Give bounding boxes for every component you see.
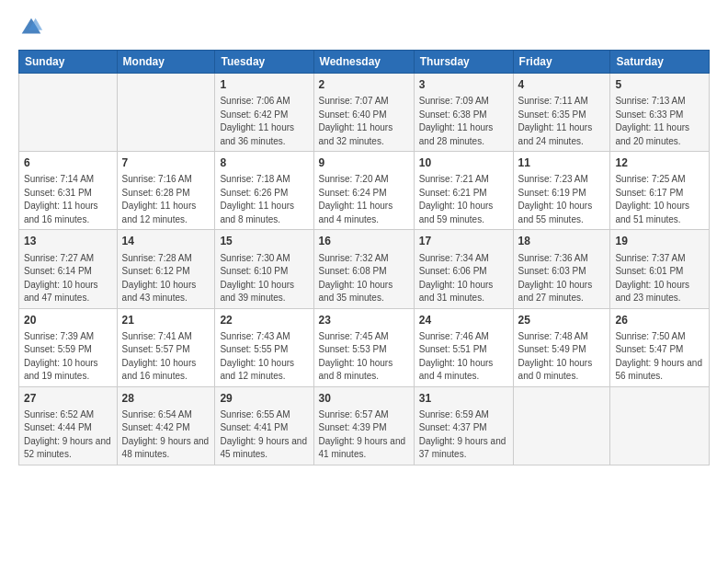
day-info: Sunrise: 6:54 AM Sunset: 4:42 PM Dayligh… [122, 409, 210, 460]
day-number: 2 [319, 77, 409, 92]
day-info: Sunrise: 7:36 AM Sunset: 6:03 PM Dayligh… [518, 253, 593, 304]
day-number: 30 [319, 391, 409, 406]
calendar-cell: 17Sunrise: 7:34 AM Sunset: 6:06 PM Dayli… [414, 230, 513, 308]
header-day-tuesday: Tuesday [215, 51, 313, 74]
calendar-cell: 18Sunrise: 7:36 AM Sunset: 6:03 PM Dayli… [513, 230, 610, 308]
calendar-cell: 28Sunrise: 6:54 AM Sunset: 4:42 PM Dayli… [117, 386, 215, 465]
day-info: Sunrise: 7:09 AM Sunset: 6:38 PM Dayligh… [419, 96, 494, 146]
day-number: 9 [319, 155, 409, 170]
calendar-cell: 31Sunrise: 6:59 AM Sunset: 4:37 PM Dayli… [414, 386, 513, 465]
calendar-table: SundayMondayTuesdayWednesdayThursdayFrid… [18, 50, 710, 465]
day-number: 18 [518, 234, 606, 248]
day-info: Sunrise: 7:11 AM Sunset: 6:35 PM Dayligh… [518, 96, 593, 146]
day-number: 29 [220, 391, 308, 406]
day-number: 5 [615, 77, 704, 92]
header-day-saturday: Saturday [610, 51, 710, 74]
day-number: 3 [419, 77, 508, 92]
day-info: Sunrise: 7:30 AM Sunset: 6:10 PM Dayligh… [220, 253, 294, 304]
day-number: 22 [220, 313, 308, 327]
calendar-cell: 5Sunrise: 7:13 AM Sunset: 6:33 PM Daylig… [610, 74, 710, 152]
day-info: Sunrise: 7:34 AM Sunset: 6:06 PM Dayligh… [419, 253, 494, 304]
logo-icon [18, 15, 44, 40]
week-row-2: 6Sunrise: 7:14 AM Sunset: 6:31 PM Daylig… [19, 152, 710, 230]
header-row: SundayMondayTuesdayWednesdayThursdayFrid… [19, 51, 710, 74]
day-info: Sunrise: 7:07 AM Sunset: 6:40 PM Dayligh… [319, 96, 393, 146]
week-row-3: 13Sunrise: 7:27 AM Sunset: 6:14 PM Dayli… [19, 230, 710, 308]
calendar-cell: 9Sunrise: 7:20 AM Sunset: 6:24 PM Daylig… [313, 152, 414, 230]
day-number: 6 [24, 155, 112, 170]
day-info: Sunrise: 7:48 AM Sunset: 5:49 PM Dayligh… [518, 331, 593, 382]
week-row-1: 1Sunrise: 7:06 AM Sunset: 6:42 PM Daylig… [19, 74, 710, 152]
day-number: 14 [122, 234, 210, 248]
day-info: Sunrise: 7:14 AM Sunset: 6:31 PM Dayligh… [24, 174, 98, 224]
day-number: 28 [122, 391, 210, 406]
calendar-cell: 3Sunrise: 7:09 AM Sunset: 6:38 PM Daylig… [414, 74, 513, 152]
calendar-cell: 29Sunrise: 6:55 AM Sunset: 4:41 PM Dayli… [215, 386, 313, 465]
week-row-5: 27Sunrise: 6:52 AM Sunset: 4:44 PM Dayli… [19, 386, 710, 465]
calendar-cell: 30Sunrise: 6:57 AM Sunset: 4:39 PM Dayli… [313, 386, 414, 465]
day-number: 8 [220, 155, 308, 170]
day-number: 13 [24, 234, 112, 248]
calendar-cell: 22Sunrise: 7:43 AM Sunset: 5:55 PM Dayli… [215, 308, 313, 386]
day-info: Sunrise: 7:13 AM Sunset: 6:33 PM Dayligh… [615, 96, 689, 146]
calendar-cell: 1Sunrise: 7:06 AM Sunset: 6:42 PM Daylig… [215, 74, 313, 152]
header [18, 15, 710, 40]
calendar-cell [513, 386, 610, 465]
header-day-sunday: Sunday [19, 51, 118, 74]
day-number: 12 [615, 155, 704, 170]
day-info: Sunrise: 7:23 AM Sunset: 6:19 PM Dayligh… [518, 174, 593, 224]
day-number: 20 [24, 313, 112, 327]
day-info: Sunrise: 7:32 AM Sunset: 6:08 PM Dayligh… [319, 253, 393, 304]
day-info: Sunrise: 7:20 AM Sunset: 6:24 PM Dayligh… [319, 174, 393, 224]
day-info: Sunrise: 7:06 AM Sunset: 6:42 PM Dayligh… [220, 96, 294, 146]
calendar-cell [117, 74, 215, 152]
day-info: Sunrise: 7:18 AM Sunset: 6:26 PM Dayligh… [220, 174, 294, 224]
day-number: 24 [419, 313, 508, 327]
calendar-cell: 16Sunrise: 7:32 AM Sunset: 6:08 PM Dayli… [313, 230, 414, 308]
calendar-cell: 24Sunrise: 7:46 AM Sunset: 5:51 PM Dayli… [414, 308, 513, 386]
calendar-cell: 8Sunrise: 7:18 AM Sunset: 6:26 PM Daylig… [215, 152, 313, 230]
day-info: Sunrise: 6:55 AM Sunset: 4:41 PM Dayligh… [220, 409, 307, 460]
header-day-thursday: Thursday [414, 51, 513, 74]
calendar-header: SundayMondayTuesdayWednesdayThursdayFrid… [19, 51, 710, 74]
day-number: 31 [419, 391, 508, 406]
calendar-body: 1Sunrise: 7:06 AM Sunset: 6:42 PM Daylig… [19, 74, 710, 465]
calendar-cell: 19Sunrise: 7:37 AM Sunset: 6:01 PM Dayli… [610, 230, 710, 308]
day-number: 21 [122, 313, 210, 327]
calendar-cell: 21Sunrise: 7:41 AM Sunset: 5:57 PM Dayli… [117, 308, 215, 386]
day-number: 15 [220, 234, 308, 248]
day-number: 26 [615, 313, 704, 327]
calendar-cell: 27Sunrise: 6:52 AM Sunset: 4:44 PM Dayli… [19, 386, 118, 465]
calendar-cell: 7Sunrise: 7:16 AM Sunset: 6:28 PM Daylig… [117, 152, 215, 230]
calendar-cell: 13Sunrise: 7:27 AM Sunset: 6:14 PM Dayli… [19, 230, 118, 308]
day-info: Sunrise: 7:50 AM Sunset: 5:47 PM Dayligh… [615, 331, 702, 382]
day-number: 16 [319, 234, 409, 248]
calendar-cell [610, 386, 710, 465]
day-info: Sunrise: 7:25 AM Sunset: 6:17 PM Dayligh… [615, 174, 689, 224]
day-info: Sunrise: 7:43 AM Sunset: 5:55 PM Dayligh… [220, 331, 294, 382]
day-info: Sunrise: 7:46 AM Sunset: 5:51 PM Dayligh… [419, 331, 494, 382]
calendar-cell: 11Sunrise: 7:23 AM Sunset: 6:19 PM Dayli… [513, 152, 610, 230]
day-info: Sunrise: 7:45 AM Sunset: 5:53 PM Dayligh… [319, 331, 393, 382]
logo [18, 15, 48, 40]
day-number: 11 [518, 155, 606, 170]
day-info: Sunrise: 7:16 AM Sunset: 6:28 PM Dayligh… [122, 174, 197, 224]
calendar-cell: 15Sunrise: 7:30 AM Sunset: 6:10 PM Dayli… [215, 230, 313, 308]
day-number: 1 [220, 77, 308, 92]
day-number: 23 [319, 313, 409, 327]
calendar-cell: 6Sunrise: 7:14 AM Sunset: 6:31 PM Daylig… [19, 152, 118, 230]
page: SundayMondayTuesdayWednesdayThursdayFrid… [0, 0, 728, 563]
day-info: Sunrise: 7:39 AM Sunset: 5:59 PM Dayligh… [24, 331, 98, 382]
day-number: 19 [615, 234, 704, 248]
day-info: Sunrise: 7:28 AM Sunset: 6:12 PM Dayligh… [122, 253, 197, 304]
day-number: 10 [419, 155, 508, 170]
calendar-cell: 12Sunrise: 7:25 AM Sunset: 6:17 PM Dayli… [610, 152, 710, 230]
day-number: 7 [122, 155, 210, 170]
day-info: Sunrise: 7:37 AM Sunset: 6:01 PM Dayligh… [615, 253, 689, 304]
calendar-cell [19, 74, 118, 152]
day-info: Sunrise: 7:41 AM Sunset: 5:57 PM Dayligh… [122, 331, 197, 382]
header-day-monday: Monday [117, 51, 215, 74]
calendar-cell: 10Sunrise: 7:21 AM Sunset: 6:21 PM Dayli… [414, 152, 513, 230]
day-info: Sunrise: 7:27 AM Sunset: 6:14 PM Dayligh… [24, 253, 98, 304]
day-info: Sunrise: 6:52 AM Sunset: 4:44 PM Dayligh… [24, 409, 111, 460]
